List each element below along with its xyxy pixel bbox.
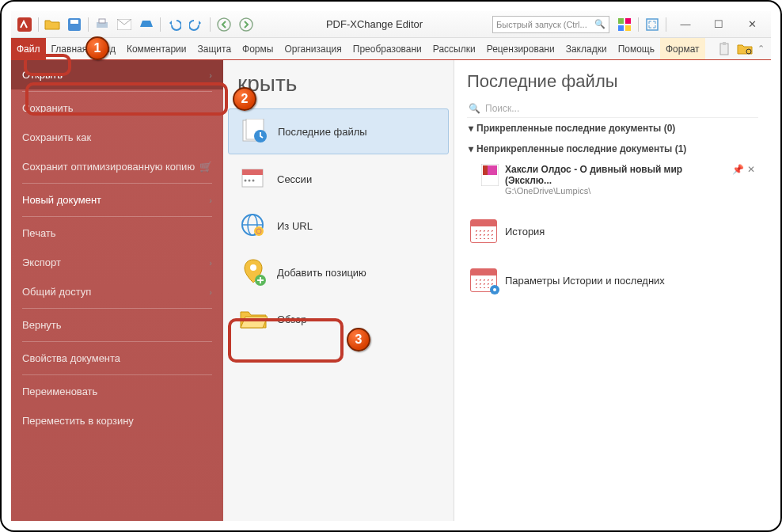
svg-rect-10 — [618, 25, 624, 31]
remove-icon[interactable]: ✕ — [747, 164, 755, 175]
svg-rect-12 — [647, 19, 658, 30]
svg-rect-9 — [625, 18, 631, 24]
recent-file-item[interactable]: Хаксли Олдос - О дивный новый мир (Экскл… — [467, 159, 758, 200]
unpinned-group[interactable]: ▾Неприкрепленные последние документы (1) — [467, 139, 758, 159]
book-thumb-icon — [481, 164, 499, 186]
file-menu-save[interactable]: Сохранить — [11, 93, 223, 123]
app-icon — [14, 14, 35, 35]
file-menu-revert[interactable]: Вернуть — [11, 310, 223, 340]
file-menu-save-as[interactable]: Сохранить как — [11, 123, 223, 152]
tab-file[interactable]: Файл — [11, 38, 46, 59]
tab-format[interactable]: Формат — [660, 38, 705, 59]
tab-forms[interactable]: Формы — [237, 38, 279, 59]
search-icon: 🔍 — [469, 103, 480, 114]
open-sessions[interactable]: Сессии — [228, 157, 449, 201]
file-menu-share[interactable]: Общий доступ› — [11, 277, 223, 306]
file-menu-save-optimized[interactable]: Сохранит оптимизированную копию🛒 — [11, 152, 223, 181]
forward-icon[interactable] — [236, 14, 256, 35]
history-calendar-icon — [470, 219, 497, 243]
sessions-icon — [239, 165, 268, 193]
quick-launch-search[interactable]: Быстрый запуск (Ctrl... 🔍 — [492, 16, 609, 33]
scan-icon[interactable] — [136, 14, 157, 35]
recent-file-name: Хаксли Олдос - О дивный новый мир (Экскл… — [505, 164, 726, 186]
maximize-button[interactable]: ☐ — [703, 14, 735, 35]
tab-comments[interactable]: Комментарии — [121, 38, 192, 59]
recent-search[interactable]: 🔍Поиск... — [467, 100, 758, 118]
svg-rect-13 — [720, 44, 728, 55]
ui-options-icon[interactable] — [614, 14, 635, 35]
svg-point-34 — [493, 288, 496, 291]
history-params-icon — [470, 268, 497, 292]
open-sessions-label: Сессии — [277, 173, 312, 185]
svg-point-6 — [218, 18, 230, 31]
svg-rect-2 — [70, 20, 78, 24]
print-icon[interactable] — [92, 14, 112, 35]
collapse-icon: ▾ — [469, 123, 473, 134]
file-menu-rename[interactable]: Переименовать — [11, 377, 223, 406]
find-folder-icon[interactable] — [737, 43, 753, 55]
tab-review[interactable]: Рецензировани — [481, 38, 560, 59]
collapse-icon: ▾ — [469, 143, 473, 154]
open-add-place[interactable]: Добавить позицию — [228, 250, 449, 294]
svg-point-27 — [254, 226, 264, 236]
tab-convert[interactable]: Преобразовани — [347, 38, 427, 59]
open-from-url[interactable]: Из URL — [228, 203, 449, 248]
open-folder-icon[interactable] — [42, 14, 63, 35]
history-params-action[interactable]: Параметры Истории и последних — [467, 262, 758, 298]
tab-bookmarks[interactable]: Закладки — [560, 38, 613, 59]
tab-organize[interactable]: Организация — [279, 38, 347, 59]
chevron-right-icon: › — [209, 258, 212, 268]
annotation-marker-3: 3 — [347, 328, 370, 352]
annotation-marker-2: 2 — [233, 87, 256, 111]
undo-icon[interactable] — [164, 14, 184, 35]
history-action[interactable]: История — [467, 213, 758, 249]
clipboard-icon[interactable] — [718, 42, 732, 56]
svg-rect-14 — [723, 42, 726, 45]
search-icon: 🔍 — [594, 19, 605, 29]
file-menu-export[interactable]: Экспорт› — [11, 248, 223, 277]
svg-rect-32 — [483, 165, 488, 175]
file-menu-open[interactable]: Открыть› — [11, 60, 223, 89]
add-place-icon — [239, 258, 268, 287]
redo-icon[interactable] — [186, 14, 207, 35]
globe-icon — [239, 211, 268, 240]
svg-rect-20 — [242, 169, 263, 175]
save-icon[interactable] — [64, 14, 85, 35]
file-menu-recycle[interactable]: Переместить в корзину — [11, 406, 223, 435]
file-menu-new-doc[interactable]: Новый документ› — [11, 185, 223, 215]
tab-protect[interactable]: Защита — [192, 38, 237, 59]
ribbon-tabs: Файл Главная Вид Комментарии Защита Форм… — [11, 38, 771, 60]
pinned-group[interactable]: ▾Прикрепленные последние документы (0) — [467, 118, 758, 139]
tab-help[interactable]: Помощь — [613, 38, 660, 59]
back-icon[interactable] — [214, 14, 234, 35]
open-recent-label: Последние файлы — [278, 126, 367, 138]
file-menu-sidebar: Открыть› Сохранить Сохранить как Сохрани… — [11, 60, 223, 521]
email-icon[interactable] — [114, 14, 135, 35]
file-menu-props[interactable]: Свойства документа — [11, 344, 223, 373]
search-placeholder: Быстрый запуск (Ctrl... — [496, 20, 587, 29]
recent-files-icon — [240, 117, 268, 146]
minimize-button[interactable]: — — [670, 14, 701, 35]
svg-rect-11 — [625, 25, 631, 31]
annotation-marker-1: 1 — [85, 36, 109, 60]
fullscreen-icon[interactable] — [642, 14, 662, 35]
svg-point-28 — [250, 264, 256, 271]
svg-rect-4 — [99, 19, 105, 23]
open-add-place-label: Добавить позицию — [277, 267, 366, 279]
recent-files-panel: Последние файлы 🔍Поиск... ▾Прикрепленные… — [454, 60, 771, 521]
chevron-right-icon: › — [209, 196, 212, 205]
tab-mailings[interactable]: Рассылки — [427, 38, 481, 59]
recent-file-path: G:\OneDrive\Lumpics\ — [505, 186, 726, 196]
open-recent-files[interactable]: Последние файлы — [228, 108, 449, 154]
browse-folder-icon — [239, 305, 268, 333]
collapse-ribbon-icon[interactable]: ⌃ — [757, 44, 765, 54]
open-browse-label: Обзор — [277, 314, 307, 325]
close-button[interactable]: ✕ — [736, 14, 768, 35]
file-menu-print[interactable]: Печать — [11, 218, 223, 248]
cart-icon: 🛒 — [199, 161, 212, 173]
chevron-right-icon: › — [209, 70, 212, 80]
open-browse[interactable]: Обзор — [228, 297, 449, 341]
open-panel-title: крыть — [223, 60, 454, 106]
pin-icon[interactable]: 📌 — [732, 164, 744, 175]
recent-title: Последние файлы — [467, 71, 758, 92]
